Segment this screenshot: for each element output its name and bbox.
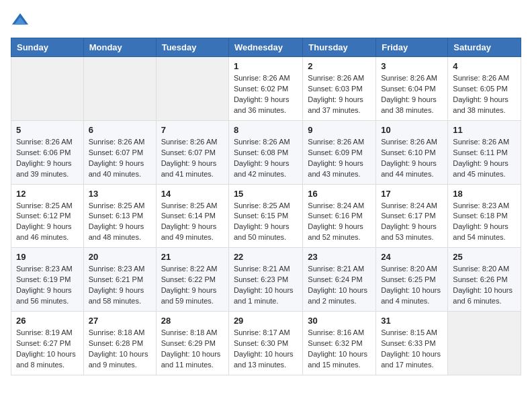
cell-content: Sunrise: 8:26 AM Sunset: 6:04 PM Dayligh… [381,73,443,116]
calendar-cell: 31Sunrise: 8:15 AM Sunset: 6:33 PM Dayli… [376,312,448,375]
calendar-cell: 1Sunrise: 8:26 AM Sunset: 6:02 PM Daylig… [228,57,302,121]
day-number: 29 [234,316,298,326]
day-number: 20 [89,252,151,262]
day-number: 13 [89,189,151,199]
day-number: 15 [234,189,298,199]
calendar-cell [448,312,521,375]
cell-content: Sunrise: 8:23 AM Sunset: 6:18 PM Dayligh… [453,201,516,244]
calendar-cell: 7Sunrise: 8:26 AM Sunset: 6:07 PM Daylig… [156,120,228,184]
calendar-cell: 22Sunrise: 8:21 AM Sunset: 6:23 PM Dayli… [228,248,302,312]
day-number: 2 [308,61,371,71]
cell-content: Sunrise: 8:20 AM Sunset: 6:26 PM Dayligh… [453,264,516,307]
day-number: 21 [161,252,224,262]
calendar-table: SundayMondayTuesdayWednesdayThursdayFrid… [11,38,521,375]
cell-content: Sunrise: 8:18 AM Sunset: 6:28 PM Dayligh… [89,328,151,371]
day-number: 10 [381,125,443,135]
day-number: 9 [308,125,371,135]
calendar-cell: 17Sunrise: 8:24 AM Sunset: 6:17 PM Dayli… [376,184,448,248]
cell-content: Sunrise: 8:19 AM Sunset: 6:27 PM Dayligh… [16,328,79,371]
calendar-cell [11,57,84,121]
day-number: 6 [89,125,151,135]
day-number: 14 [161,189,224,199]
calendar-cell: 13Sunrise: 8:25 AM Sunset: 6:13 PM Dayli… [83,184,156,248]
day-number: 12 [16,189,79,199]
weekday-header: Tuesday [156,38,228,57]
day-number: 4 [453,61,516,71]
calendar-cell: 3Sunrise: 8:26 AM Sunset: 6:04 PM Daylig… [376,57,448,121]
day-number: 1 [234,61,298,71]
day-number: 7 [161,125,224,135]
day-number: 17 [381,189,443,199]
logo-icon [11,11,30,30]
calendar-cell: 25Sunrise: 8:20 AM Sunset: 6:26 PM Dayli… [448,248,521,312]
calendar-cell: 19Sunrise: 8:23 AM Sunset: 6:19 PM Dayli… [11,248,84,312]
cell-content: Sunrise: 8:26 AM Sunset: 6:07 PM Dayligh… [89,137,151,180]
day-number: 5 [16,125,79,135]
calendar-cell: 9Sunrise: 8:26 AM Sunset: 6:09 PM Daylig… [303,120,376,184]
cell-content: Sunrise: 8:26 AM Sunset: 6:11 PM Dayligh… [453,137,516,180]
calendar-cell: 5Sunrise: 8:26 AM Sunset: 6:06 PM Daylig… [11,120,84,184]
calendar-cell: 2Sunrise: 8:26 AM Sunset: 6:03 PM Daylig… [303,57,376,121]
weekday-header: Saturday [448,38,521,57]
cell-content: Sunrise: 8:26 AM Sunset: 6:08 PM Dayligh… [234,137,298,180]
calendar-cell: 29Sunrise: 8:17 AM Sunset: 6:30 PM Dayli… [228,312,302,375]
calendar-cell: 14Sunrise: 8:25 AM Sunset: 6:14 PM Dayli… [156,184,228,248]
day-number: 18 [453,189,516,199]
calendar-week-row: 19Sunrise: 8:23 AM Sunset: 6:19 PM Dayli… [11,248,521,312]
calendar-cell [156,57,228,121]
calendar-cell: 16Sunrise: 8:24 AM Sunset: 6:16 PM Dayli… [303,184,376,248]
calendar-cell [83,57,156,121]
calendar-week-row: 1Sunrise: 8:26 AM Sunset: 6:02 PM Daylig… [11,57,521,121]
calendar-week-row: 12Sunrise: 8:25 AM Sunset: 6:12 PM Dayli… [11,184,521,248]
day-number: 22 [234,252,298,262]
cell-content: Sunrise: 8:21 AM Sunset: 6:24 PM Dayligh… [308,264,371,307]
cell-content: Sunrise: 8:23 AM Sunset: 6:21 PM Dayligh… [89,264,151,307]
day-number: 27 [89,316,151,326]
cell-content: Sunrise: 8:26 AM Sunset: 6:07 PM Dayligh… [161,137,224,180]
weekday-header: Friday [376,38,448,57]
day-number: 30 [308,316,371,326]
calendar-cell: 27Sunrise: 8:18 AM Sunset: 6:28 PM Dayli… [83,312,156,375]
calendar-cell: 26Sunrise: 8:19 AM Sunset: 6:27 PM Dayli… [11,312,84,375]
day-number: 8 [234,125,298,135]
cell-content: Sunrise: 8:15 AM Sunset: 6:33 PM Dayligh… [381,328,443,371]
cell-content: Sunrise: 8:20 AM Sunset: 6:25 PM Dayligh… [381,264,443,307]
day-number: 26 [16,316,79,326]
cell-content: Sunrise: 8:24 AM Sunset: 6:16 PM Dayligh… [308,201,371,244]
cell-content: Sunrise: 8:21 AM Sunset: 6:23 PM Dayligh… [234,264,298,307]
calendar-week-row: 26Sunrise: 8:19 AM Sunset: 6:27 PM Dayli… [11,312,521,375]
day-number: 25 [453,252,516,262]
day-number: 11 [453,125,516,135]
calendar-cell: 21Sunrise: 8:22 AM Sunset: 6:22 PM Dayli… [156,248,228,312]
cell-content: Sunrise: 8:25 AM Sunset: 6:12 PM Dayligh… [16,201,79,244]
cell-content: Sunrise: 8:26 AM Sunset: 6:06 PM Dayligh… [16,137,79,180]
calendar-cell: 6Sunrise: 8:26 AM Sunset: 6:07 PM Daylig… [83,120,156,184]
cell-content: Sunrise: 8:25 AM Sunset: 6:14 PM Dayligh… [161,201,224,244]
weekday-header: Thursday [303,38,376,57]
day-number: 3 [381,61,443,71]
weekday-header: Wednesday [228,38,302,57]
calendar-cell: 11Sunrise: 8:26 AM Sunset: 6:11 PM Dayli… [448,120,521,184]
calendar-cell: 20Sunrise: 8:23 AM Sunset: 6:21 PM Dayli… [83,248,156,312]
calendar-cell: 12Sunrise: 8:25 AM Sunset: 6:12 PM Dayli… [11,184,84,248]
calendar-cell: 10Sunrise: 8:26 AM Sunset: 6:10 PM Dayli… [376,120,448,184]
cell-content: Sunrise: 8:25 AM Sunset: 6:13 PM Dayligh… [89,201,151,244]
day-number: 19 [16,252,79,262]
day-number: 16 [308,189,371,199]
cell-content: Sunrise: 8:26 AM Sunset: 6:10 PM Dayligh… [381,137,443,180]
day-number: 23 [308,252,371,262]
day-number: 31 [381,316,443,326]
cell-content: Sunrise: 8:26 AM Sunset: 6:09 PM Dayligh… [308,137,371,180]
page-header [11,11,521,30]
cell-content: Sunrise: 8:25 AM Sunset: 6:15 PM Dayligh… [234,201,298,244]
cell-content: Sunrise: 8:26 AM Sunset: 6:02 PM Dayligh… [234,73,298,116]
cell-content: Sunrise: 8:22 AM Sunset: 6:22 PM Dayligh… [161,264,224,307]
cell-content: Sunrise: 8:23 AM Sunset: 6:19 PM Dayligh… [16,264,79,307]
cell-content: Sunrise: 8:24 AM Sunset: 6:17 PM Dayligh… [381,201,443,244]
day-number: 28 [161,316,224,326]
cell-content: Sunrise: 8:18 AM Sunset: 6:29 PM Dayligh… [161,328,224,371]
calendar-cell: 30Sunrise: 8:16 AM Sunset: 6:32 PM Dayli… [303,312,376,375]
cell-content: Sunrise: 8:17 AM Sunset: 6:30 PM Dayligh… [234,328,298,371]
calendar-cell: 18Sunrise: 8:23 AM Sunset: 6:18 PM Dayli… [448,184,521,248]
logo [11,11,32,30]
